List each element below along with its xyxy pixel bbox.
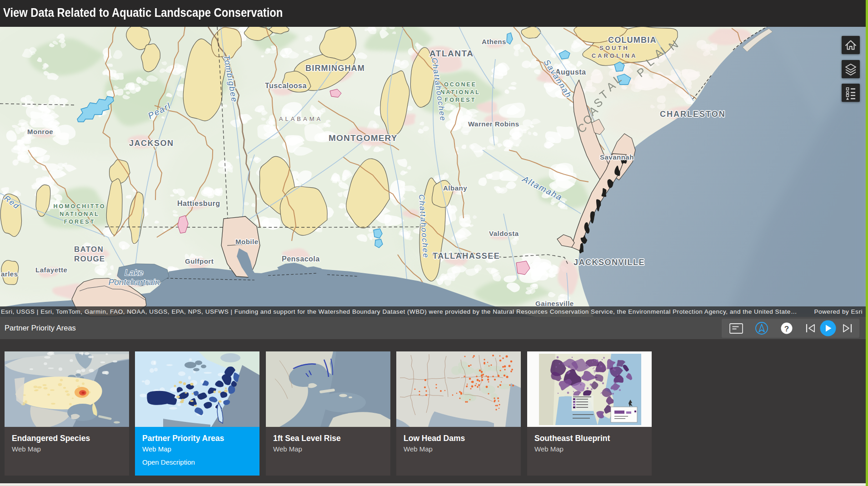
- svg-text:FOREST: FOREST: [64, 219, 95, 225]
- svg-text:Pontchartrain: Pontchartrain: [108, 277, 160, 287]
- svg-text:ALABAMA: ALABAMA: [279, 115, 323, 122]
- svg-text:JACKSONVILLE: JACKSONVILLE: [574, 258, 645, 267]
- svg-text:Lake: Lake: [125, 268, 143, 277]
- svg-text:Hattiesburg: Hattiesburg: [177, 200, 220, 207]
- svg-text:Savannah: Savannah: [600, 153, 634, 161]
- svg-text:Athens: Athens: [482, 38, 506, 45]
- svg-text:BATON: BATON: [74, 245, 104, 254]
- svg-text:Monroe: Monroe: [27, 128, 53, 135]
- svg-text:FOREST: FOREST: [445, 97, 476, 103]
- svg-text:CHARLESTON: CHARLESTON: [660, 110, 726, 119]
- svg-text:SOUTH: SOUTH: [599, 45, 629, 51]
- svg-text:Albany: Albany: [443, 184, 467, 192]
- svg-text:JACKSON: JACKSON: [129, 139, 174, 148]
- svg-text:COLUMBIA: COLUMBIA: [608, 35, 657, 45]
- svg-text:Warner Robins: Warner Robins: [468, 120, 519, 128]
- svg-text:NATIONAL: NATIONAL: [60, 211, 100, 217]
- svg-text:ROUGE: ROUGE: [74, 255, 105, 263]
- svg-text:Pensacola: Pensacola: [282, 255, 320, 263]
- svg-text:Gulfport: Gulfport: [185, 257, 214, 265]
- svg-text:Tuscaloosa: Tuscaloosa: [265, 82, 307, 90]
- svg-text:OCONEE: OCONEE: [444, 81, 477, 88]
- svg-text:MONTGOMERY: MONTGOMERY: [329, 133, 398, 143]
- svg-text:NATIONAL: NATIONAL: [440, 89, 480, 95]
- svg-text:arles: arles: [1, 270, 18, 278]
- svg-text:CAROLINA: CAROLINA: [592, 52, 638, 59]
- svg-text:BIRMINGHAM: BIRMINGHAM: [305, 64, 365, 73]
- svg-text:HOMOCHITTO: HOMOCHITTO: [53, 203, 105, 210]
- svg-text:ATLANTA: ATLANTA: [429, 49, 474, 58]
- svg-text:Valdosta: Valdosta: [489, 230, 519, 237]
- svg-text:Lafayette: Lafayette: [35, 266, 67, 274]
- svg-text:TALLAHASSEE: TALLAHASSEE: [433, 251, 500, 261]
- svg-text:Mobile: Mobile: [235, 238, 259, 246]
- svg-text:?: ?: [784, 325, 789, 333]
